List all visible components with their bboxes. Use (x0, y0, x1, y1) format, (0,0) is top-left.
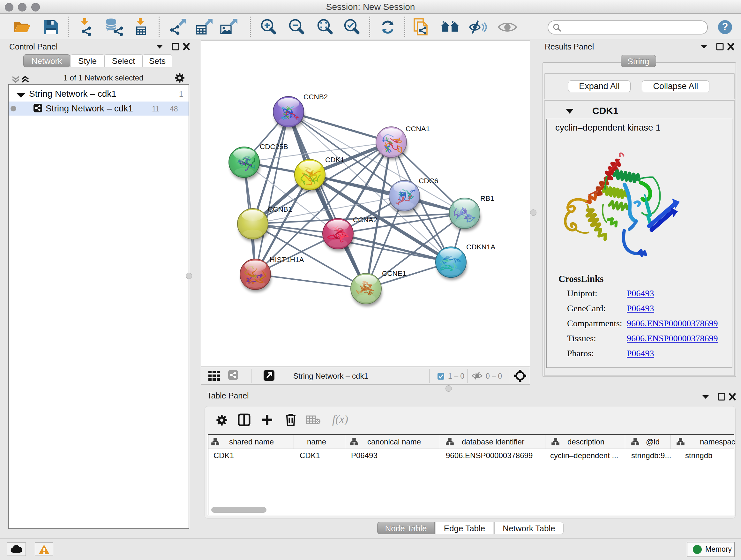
svg-text:CDKN1A: CDKN1A (466, 243, 495, 251)
svg-text:CDK1: CDK1 (325, 156, 344, 164)
svg-text:CDC25B: CDC25B (260, 143, 288, 151)
svg-text:CCNA2: CCNA2 (353, 216, 377, 224)
svg-text:CCNB2: CCNB2 (304, 93, 328, 101)
svg-text:CCNB1: CCNB1 (268, 205, 292, 213)
svg-text:RB1: RB1 (480, 194, 494, 202)
svg-text:CCNE1: CCNE1 (382, 269, 406, 277)
svg-text:CCNA1: CCNA1 (406, 125, 430, 133)
svg-text:CDC6: CDC6 (419, 177, 438, 185)
svg-text:HIST1H1A: HIST1H1A (270, 256, 304, 264)
